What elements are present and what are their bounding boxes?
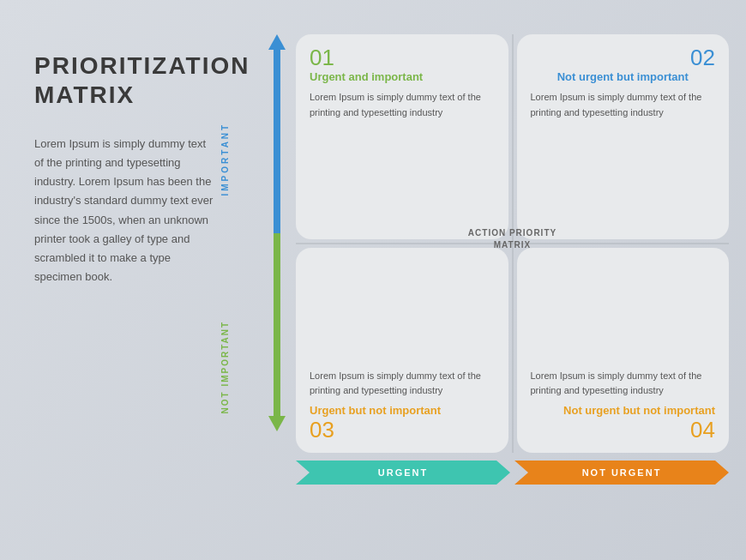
y-arrow-up xyxy=(268,34,286,50)
title-line2: MATRIX xyxy=(34,81,135,108)
y-label-not-important: NOT IMPORTANT xyxy=(216,276,233,458)
y-line-bottom xyxy=(274,233,280,417)
left-section: PRIORITIZATION MATRIX Lorem Ipsum is sim… xyxy=(34,51,214,286)
slide: PRIORITIZATION MATRIX Lorem Ipsum is sim… xyxy=(0,0,746,560)
quadrant-1: 01 Urgent and important Lorem Ipsum is s… xyxy=(296,34,508,239)
y-arrow-down xyxy=(268,416,286,431)
y-line-top xyxy=(274,50,280,233)
q3-number: 03 xyxy=(310,418,495,441)
q2-label: Not urgent but important xyxy=(531,70,716,83)
q4-number: 04 xyxy=(690,418,715,441)
x-arrow-not-urgent: NOT URGENT xyxy=(514,461,729,485)
q3-text: Lorem Ipsum is simply dummy text of the … xyxy=(310,369,495,399)
x-label-urgent: URGENT xyxy=(378,467,428,478)
q2-text: Lorem Ipsum is simply dummy text of the … xyxy=(531,90,716,120)
main-title: PRIORITIZATION MATRIX xyxy=(34,51,214,109)
x-arrow-urgent: URGENT xyxy=(296,461,510,485)
quadrant-grid: 01 Urgent and important Lorem Ipsum is s… xyxy=(296,34,729,453)
q4-text: Lorem Ipsum is simply dummy text of the … xyxy=(531,369,716,399)
quadrant-4: Lorem Ipsum is simply dummy text of the … xyxy=(517,248,730,453)
matrix-area: IMPORTANT NOT IMPORTANT ACTION PRIORITYM… xyxy=(240,26,729,526)
q1-number: 01 xyxy=(310,46,495,69)
y-axis xyxy=(264,34,290,431)
y-label-important: IMPORTANT xyxy=(216,43,233,276)
quadrant-3: Lorem Ipsum is simply dummy text of the … xyxy=(296,248,508,453)
x-label-not-urgent: NOT URGENT xyxy=(582,467,662,478)
x-axis: URGENT NOT URGENT xyxy=(296,461,729,491)
quadrant-2: 02 Not urgent but important Lorem Ipsum … xyxy=(517,34,730,239)
q1-label: Urgent and important xyxy=(310,70,495,83)
q1-text: Lorem Ipsum is simply dummy text of the … xyxy=(310,90,495,120)
q4-label: Not urgent but not important xyxy=(563,404,715,417)
q2-number: 02 xyxy=(531,46,716,69)
description-text: Lorem Ipsum is simply dummy text of the … xyxy=(34,135,214,286)
q3-label: Urgent but not important xyxy=(310,404,495,417)
